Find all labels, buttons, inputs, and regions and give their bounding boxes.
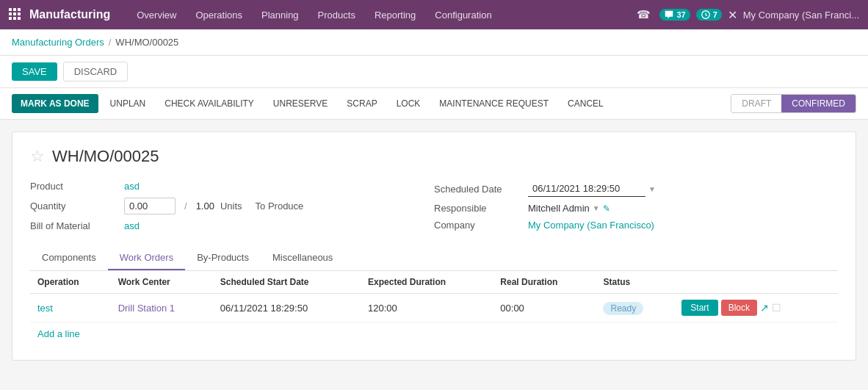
col-scheduled-start: Scheduled Start Date: [213, 271, 361, 294]
row-status: Ready: [596, 294, 674, 322]
nav-products[interactable]: Products: [309, 5, 364, 25]
tab-work-orders[interactable]: Work Orders: [108, 246, 185, 270]
row-scheduled-start: 06/11/2021 18:29:50: [213, 294, 361, 322]
nav-operations[interactable]: Operations: [187, 5, 251, 25]
block-button[interactable]: Block: [721, 300, 757, 316]
external-link-icon[interactable]: ↗: [760, 302, 769, 314]
breadcrumb-current: WH/MO/00025: [115, 37, 178, 48]
add-line-row: Add a line: [30, 322, 838, 345]
app-brand[interactable]: Manufacturing: [29, 8, 110, 21]
product-field-row: Product asd: [30, 181, 405, 192]
quantity-input[interactable]: [124, 198, 176, 214]
company-field-row: Company My Company (San Francisco): [434, 220, 838, 231]
grid-icon[interactable]: [9, 8, 21, 22]
responsible-label: Responsible: [434, 203, 522, 214]
nav-right: ☎ 37 7 ✕ My Company (San Franci...: [634, 5, 859, 24]
svg-rect-6: [9, 17, 12, 20]
main-content: ☆ WH/MO/00025 Product asd Quantity / 1.0…: [0, 120, 868, 390]
form-fields: Product asd Quantity / 1.00 Units To Pro…: [30, 181, 838, 231]
row-work-center[interactable]: Drill Station 1: [111, 294, 213, 322]
scheduled-date-value-row: ▼: [528, 181, 656, 197]
col-expected-duration: Expected Duration: [361, 271, 493, 294]
row-operation[interactable]: test: [30, 294, 111, 322]
responsible-field-row: Responsible Mitchell Admin ▼ ✎: [434, 203, 838, 214]
add-line-button[interactable]: Add a line: [30, 322, 87, 345]
row-real-duration: 00:00: [493, 294, 596, 322]
col-work-center: Work Center: [111, 271, 213, 294]
discard-button[interactable]: DISCARD: [63, 62, 129, 82]
company-name[interactable]: My Company (San Franci...: [743, 10, 859, 21]
product-value[interactable]: asd: [124, 181, 140, 192]
responsible-dropdown-icon[interactable]: ▼: [593, 204, 600, 212]
row-action-buttons: Start Block ↗ ☐: [674, 294, 838, 322]
save-button[interactable]: SAVE: [12, 62, 57, 81]
svg-rect-5: [18, 12, 21, 15]
svg-rect-1: [13, 8, 16, 11]
company-label: Company: [434, 220, 522, 231]
bom-label: Bill of Material: [30, 220, 118, 231]
form-card: ☆ WH/MO/00025 Product asd Quantity / 1.0…: [12, 131, 856, 361]
col-operation: Operation: [30, 271, 111, 294]
svg-rect-7: [13, 17, 16, 20]
svg-rect-4: [13, 12, 16, 15]
responsible-edit-icon[interactable]: ✎: [603, 203, 610, 214]
nav-planning[interactable]: Planning: [253, 5, 308, 25]
status-badge: Ready: [603, 302, 643, 315]
status-pills: DRAFT CONFIRMED: [731, 94, 856, 113]
nav-reporting[interactable]: Reporting: [366, 5, 424, 25]
status-draft[interactable]: DRAFT: [731, 95, 781, 112]
status-confirmed[interactable]: CONFIRMED: [781, 95, 856, 112]
product-label: Product: [30, 181, 118, 192]
cancel-button[interactable]: CANCEL: [560, 94, 611, 113]
form-title: WH/MO/00025: [52, 147, 159, 166]
scheduled-date-label: Scheduled Date: [434, 184, 522, 195]
work-orders-table: Operation Work Center Scheduled Start Da…: [30, 271, 838, 322]
col-real-duration: Real Duration: [493, 271, 596, 294]
favorite-star-icon[interactable]: ☆: [30, 147, 45, 166]
unreserve-button[interactable]: UNRESERVE: [266, 94, 335, 113]
nav-items: Overview Operations Planning Products Re…: [128, 5, 631, 25]
clipboard-icon[interactable]: ☐: [772, 302, 781, 314]
breadcrumb-parent[interactable]: Manufacturing Orders: [12, 37, 104, 48]
nav-overview[interactable]: Overview: [128, 5, 185, 25]
quantity-field-row: Quantity / 1.00 Units To Produce: [30, 198, 405, 214]
phone-icon[interactable]: ☎: [634, 5, 654, 24]
col-status: Status: [596, 271, 674, 294]
activity-badge[interactable]: 7: [696, 9, 722, 21]
nav-configuration[interactable]: Configuration: [426, 5, 500, 25]
to-produce-label: To Produce: [256, 201, 304, 212]
form-title-row: ☆ WH/MO/00025: [30, 147, 838, 166]
tab-miscellaneous[interactable]: Miscellaneous: [261, 246, 344, 270]
svg-rect-3: [9, 12, 12, 15]
quantity-label: Quantity: [30, 201, 118, 212]
quantity-max: 1.00: [196, 201, 214, 212]
company-value[interactable]: My Company (San Francisco): [528, 220, 654, 231]
svg-rect-0: [9, 8, 12, 11]
mark-as-done-button[interactable]: MARK AS DONE: [12, 94, 98, 113]
top-navigation: Manufacturing Overview Operations Planni…: [0, 0, 868, 29]
breadcrumb: Manufacturing Orders / WH/MO/00025: [0, 29, 868, 56]
responsible-value-row: Mitchell Admin ▼ ✎: [528, 203, 610, 214]
tab-components[interactable]: Components: [30, 246, 108, 270]
quantity-units: Units: [220, 201, 242, 212]
scrap-button[interactable]: SCRAP: [339, 94, 384, 113]
bom-field-row: Bill of Material asd: [30, 220, 405, 231]
save-discard-bar: SAVE DISCARD: [0, 56, 868, 88]
breadcrumb-separator: /: [109, 37, 112, 48]
quantity-separator: /: [184, 201, 187, 212]
scheduled-date-field-row: Scheduled Date ▼: [434, 181, 838, 197]
bom-value[interactable]: asd: [124, 220, 140, 231]
svg-rect-2: [18, 8, 21, 11]
maintenance-request-button[interactable]: MAINTENANCE REQUEST: [432, 94, 556, 113]
start-button[interactable]: Start: [681, 300, 717, 316]
scheduled-date-dropdown-icon[interactable]: ▼: [648, 185, 656, 193]
lock-button[interactable]: LOCK: [389, 94, 428, 113]
unplan-button[interactable]: UNPLAN: [103, 94, 153, 113]
form-left-fields: Product asd Quantity / 1.00 Units To Pro…: [30, 181, 434, 231]
tab-by-products[interactable]: By-Products: [185, 246, 261, 270]
nav-close-icon[interactable]: ✕: [728, 8, 737, 22]
scheduled-date-input[interactable]: [528, 181, 645, 197]
row-expected-duration: 120:00: [361, 294, 493, 322]
messages-badge[interactable]: 37: [659, 9, 690, 21]
check-availability-button[interactable]: CHECK AVAILABILITY: [157, 94, 261, 113]
